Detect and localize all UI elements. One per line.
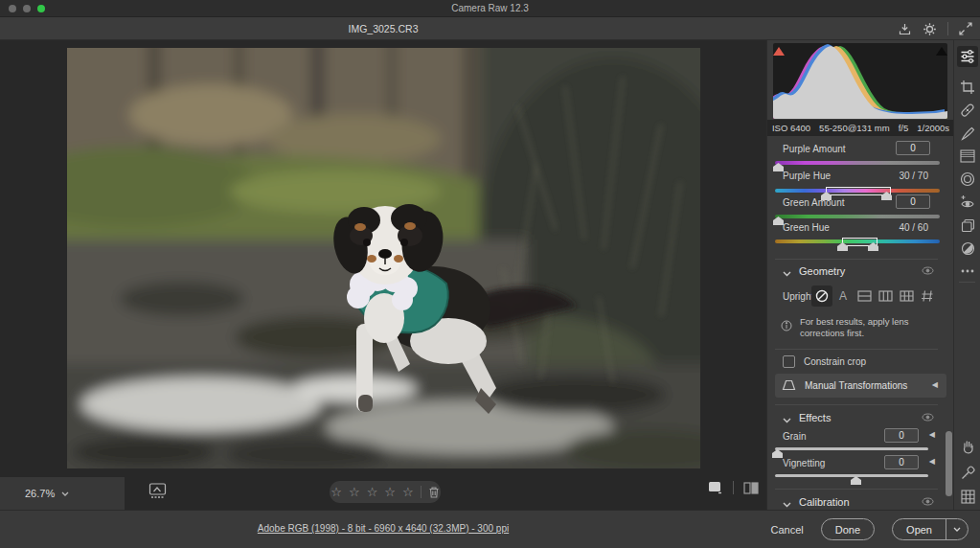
exif-aperture: f/5 — [899, 123, 909, 133]
toolbar-divider — [947, 22, 948, 35]
done-button-label: Done — [822, 524, 874, 536]
white-balance-eyedropper-tool[interactable] — [957, 462, 978, 483]
upright-full-button[interactable] — [896, 285, 917, 307]
titlebar: Camera Raw 12.3 — [0, 0, 980, 17]
rating-divider — [421, 486, 422, 498]
chevron-down-icon[interactable] — [783, 499, 791, 510]
photo-preview[interactable] — [67, 48, 700, 468]
star-icon[interactable]: ☆ — [384, 486, 396, 498]
workflow-options-link[interactable]: Adobe RGB (1998) - 8 bit - 6960 x 4640 (… — [0, 523, 766, 534]
grain-track[interactable] — [775, 447, 928, 450]
purple-amount-track[interactable] — [775, 161, 940, 165]
section-divider — [775, 349, 938, 350]
star-rating-bar: ☆ ☆ ☆ ☆ ☆ — [330, 481, 441, 503]
adjustment-brush-tool[interactable] — [957, 123, 978, 144]
effects-header[interactable]: Effects — [767, 411, 947, 426]
histogram[interactable] — [773, 43, 947, 119]
manual-transformations-label: Manual Transformations — [805, 380, 907, 391]
radial-filter-tool[interactable] — [957, 169, 978, 190]
grain-thumb[interactable] — [772, 449, 783, 458]
crop-tool[interactable] — [957, 77, 978, 98]
exif-lens: 55-250@131 mm — [819, 123, 890, 133]
upright-auto-glyph: A — [839, 289, 847, 303]
vignetting-label: Vignetting — [783, 458, 825, 468]
workflow-grid-tool[interactable] — [957, 486, 978, 507]
edit-sliders-tool[interactable] — [957, 46, 978, 67]
star-icon[interactable]: ☆ — [349, 486, 360, 498]
edit-panel: ISO 6400 55-250@131 mm f/5 1/2000s Purpl… — [766, 40, 953, 510]
file-name: IMG_3025.CR3 — [0, 17, 766, 40]
highlight-clipping-warning-icon[interactable] — [936, 47, 947, 56]
eye-visibility-icon[interactable] — [922, 413, 934, 423]
done-button[interactable]: Done — [821, 518, 875, 540]
geometry-title: Geometry — [799, 265, 845, 277]
open-button[interactable]: Open — [893, 524, 946, 536]
manual-transformations-button[interactable]: Manual Transformations ◀ — [775, 374, 946, 398]
file-toolbar: IMG_3025.CR3 — [0, 17, 980, 40]
fullscreen-expand-icon[interactable] — [959, 22, 972, 35]
bottom-action-bar: Adobe RGB (1998) - 8 bit - 6960 x 4640 (… — [0, 510, 980, 548]
preferences-gear-icon[interactable] — [923, 22, 937, 36]
filmstrip-toggle-icon[interactable] — [148, 483, 168, 499]
collapse-left-icon[interactable]: ◀ — [932, 381, 938, 389]
exif-shutter: 1/2000s — [917, 123, 949, 133]
red-eye-tool[interactable] — [957, 192, 978, 213]
eye-visibility-icon[interactable] — [922, 266, 934, 277]
upright-auto-button[interactable]: A — [832, 285, 854, 307]
section-divider — [775, 404, 938, 405]
view-divider — [733, 481, 734, 494]
upright-guided-button[interactable] — [917, 285, 938, 307]
hand-tool[interactable] — [957, 436, 978, 457]
upright-label: Upright — [783, 291, 813, 302]
save-image-icon[interactable] — [898, 22, 912, 36]
image-canvas: 26.7% ☆ ☆ ☆ ☆ ☆ — [0, 40, 766, 510]
open-options-chevron[interactable] — [946, 527, 968, 532]
snapshots-tool[interactable] — [957, 215, 978, 236]
star-icon[interactable]: ☆ — [367, 486, 378, 498]
open-button-group: Open — [892, 518, 969, 540]
chevron-down-icon[interactable] — [783, 268, 791, 279]
section-divider — [775, 489, 938, 490]
zoom-level-value: 26.7% — [25, 488, 55, 499]
preview-toggle-icon[interactable] — [707, 480, 724, 495]
green-hue-value: 40 / 60 — [899, 222, 928, 233]
grain-value[interactable]: 0 — [884, 428, 919, 443]
upright-level-button[interactable] — [854, 285, 875, 307]
calibration-header[interactable]: Calibration — [767, 495, 947, 511]
purple-hue-value: 30 / 70 — [899, 171, 928, 181]
grain-expand-icon[interactable]: ◀ — [929, 431, 935, 439]
green-amount-value[interactable]: 0 — [896, 194, 930, 209]
cancel-button[interactable]: Cancel — [771, 524, 804, 536]
vignetting-track[interactable] — [775, 474, 928, 477]
vignetting-value[interactable]: 0 — [884, 455, 919, 469]
star-icon[interactable]: ☆ — [330, 486, 342, 498]
trash-icon[interactable] — [428, 486, 440, 498]
geometry-header[interactable]: Geometry — [767, 264, 947, 280]
grain-label: Grain — [783, 431, 806, 442]
tools-divider — [959, 282, 975, 283]
geometry-info-text: For best results, apply lens corrections… — [800, 316, 924, 339]
upright-vertical-button[interactable] — [875, 285, 896, 307]
constrain-crop-label: Constrain crop — [804, 356, 866, 367]
eye-visibility-icon[interactable] — [922, 497, 934, 508]
calibration-title: Calibration — [799, 496, 850, 508]
vignetting-thumb[interactable] — [851, 476, 861, 485]
upright-off-button[interactable] — [811, 285, 832, 307]
star-icon[interactable]: ☆ — [402, 486, 414, 498]
healing-brush-tool[interactable] — [957, 100, 978, 121]
transform-icon — [782, 378, 796, 392]
chevron-down-icon[interactable] — [783, 415, 791, 425]
presets-tool[interactable] — [957, 238, 978, 259]
panel-scrollbar[interactable] — [946, 431, 952, 496]
purple-hue-range — [826, 187, 891, 195]
vignetting-expand-icon[interactable]: ◀ — [929, 458, 935, 466]
shadow-clipping-warning-icon[interactable] — [773, 47, 785, 56]
info-icon — [781, 320, 792, 331]
constrain-crop-checkbox[interactable] — [783, 355, 795, 368]
more-options-icon[interactable] — [957, 261, 978, 282]
green-amount-track[interactable] — [775, 215, 940, 218]
zoom-level-control[interactable]: 26.7% — [0, 477, 125, 510]
before-after-view-icon[interactable] — [742, 481, 760, 495]
purple-amount-value[interactable]: 0 — [896, 141, 930, 155]
graduated-filter-tool[interactable] — [957, 146, 978, 167]
